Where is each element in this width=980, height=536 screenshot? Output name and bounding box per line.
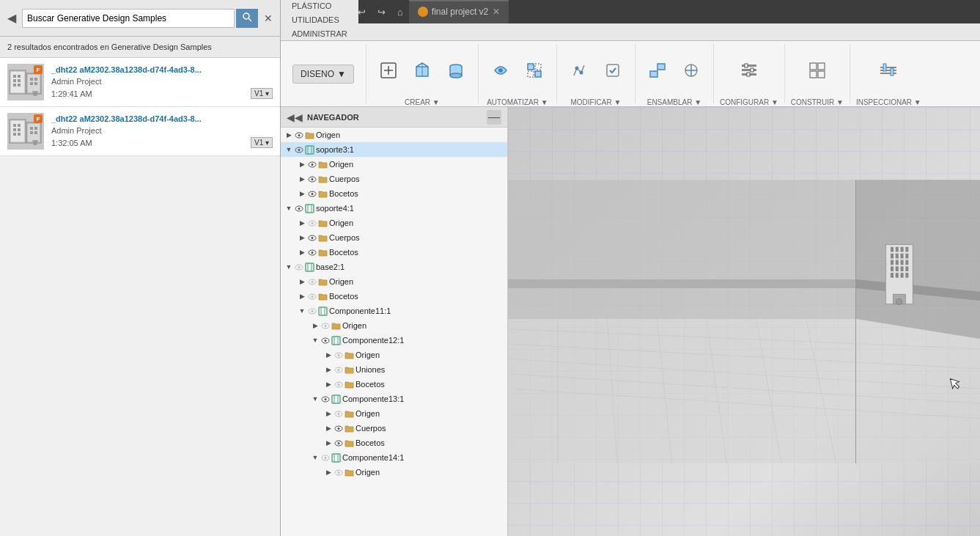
- tree-expand-6[interactable]: ▶: [297, 218, 307, 228]
- tree-expand-20[interactable]: ▶: [323, 423, 334, 433]
- tree-row-2[interactable]: ▶ Origen: [281, 157, 507, 172]
- tree-row-1[interactable]: ▼ soporte3:1: [281, 142, 507, 157]
- result-item-1[interactable]: F _dht22 aM2302.38a1238d-d74f-4ad3-8... …: [0, 107, 280, 156]
- tree-row-13[interactable]: ▶ Origen: [281, 318, 507, 333]
- tree-expand-9[interactable]: ▼: [284, 262, 294, 272]
- tree-row-5[interactable]: ▼ soporte4:1: [281, 201, 507, 216]
- tree-row-16[interactable]: ▶ Uniones: [281, 362, 507, 377]
- result-version-btn-0[interactable]: V1 ▾: [251, 88, 273, 99]
- tree-row-17[interactable]: ▶ Bocetos: [281, 377, 507, 392]
- tree-row-0[interactable]: ▶ Origen: [281, 128, 507, 142]
- search-button[interactable]: [236, 9, 258, 28]
- result-item-0[interactable]: F _dht22 aM2302.38a1238d-d74f-4ad3-8... …: [0, 58, 280, 107]
- ensamblar-btn-2[interactable]: [675, 45, 707, 97]
- tree-eye-22[interactable]: [320, 452, 331, 463]
- tree-eye-1[interactable]: [294, 144, 304, 155]
- modificar-btn-1[interactable]: [563, 45, 595, 97]
- tree-eye-11[interactable]: [307, 291, 317, 301]
- tree-expand-8[interactable]: ▶: [297, 247, 307, 257]
- criar-btn-2[interactable]: [406, 45, 438, 97]
- viewport[interactable]: [508, 107, 980, 536]
- tree-row-22[interactable]: ▼ Componente14:1: [281, 450, 507, 465]
- tree-row-7[interactable]: ▶ Cuerpos: [281, 230, 507, 245]
- result-version-btn-1[interactable]: V1 ▾: [251, 137, 273, 148]
- tree-eye-20[interactable]: [334, 423, 344, 433]
- tree-eye-5[interactable]: [294, 203, 304, 213]
- crear-btn-1[interactable]: [372, 45, 405, 97]
- configurar-btn-1[interactable]: [733, 45, 765, 97]
- tree-eye-3[interactable]: [307, 174, 317, 184]
- tree-eye-10[interactable]: [307, 276, 317, 287]
- tab-item-1[interactable]: final project v2 ✕: [409, 1, 509, 22]
- back-button[interactable]: ◀: [4, 10, 19, 26]
- tree-eye-19[interactable]: [334, 408, 344, 419]
- tree-row-19[interactable]: ▶ Origen: [281, 406, 507, 421]
- tree-expand-19[interactable]: ▶: [323, 408, 334, 419]
- subtab-plástico[interactable]: PLÁSTICO: [281, 0, 358, 12]
- tree-expand-21[interactable]: ▶: [323, 438, 334, 448]
- tree-eye-4[interactable]: [307, 188, 317, 199]
- tree-eye-16[interactable]: [334, 364, 344, 375]
- home-button[interactable]: ⌂: [391, 4, 409, 21]
- tree-expand-18[interactable]: ▼: [310, 394, 320, 404]
- tab-close-1[interactable]: ✕: [493, 7, 500, 17]
- tree-row-10[interactable]: ▶ Origen: [281, 274, 507, 289]
- ensamblar-btn-1[interactable]: [641, 45, 674, 97]
- construir-btn-1[interactable]: [801, 45, 833, 97]
- tree-eye-7[interactable]: [307, 232, 317, 243]
- redo-button[interactable]: ↪: [372, 4, 391, 21]
- tree-expand-11[interactable]: ▶: [297, 291, 307, 301]
- diseno-button[interactable]: DISENO ▼: [292, 65, 354, 84]
- tree-eye-13[interactable]: [320, 320, 331, 331]
- search-input[interactable]: [22, 9, 235, 28]
- tree-row-6[interactable]: ▶ Origen: [281, 216, 507, 230]
- modificar-btn-2[interactable]: [597, 45, 629, 97]
- tree-expand-17[interactable]: ▶: [323, 379, 334, 389]
- tree-expand-10[interactable]: ▶: [297, 276, 307, 287]
- tree-expand-15[interactable]: ▶: [323, 350, 334, 360]
- tree-row-20[interactable]: ▶ Cuerpos: [281, 421, 507, 436]
- tree-expand-3[interactable]: ▶: [297, 174, 307, 184]
- subtab-utilidades[interactable]: UTILIDADES: [281, 12, 358, 26]
- tree-eye-9[interactable]: [294, 262, 304, 272]
- tree-expand-1[interactable]: ▼: [284, 144, 294, 155]
- tree-expand-5[interactable]: ▼: [284, 203, 294, 213]
- tree-expand-22[interactable]: ▼: [310, 452, 320, 463]
- navigator-collapse-button[interactable]: —: [487, 110, 501, 125]
- tree-eye-21[interactable]: [334, 438, 344, 448]
- tree-row-21[interactable]: ▶ Bocetos: [281, 436, 507, 450]
- search-close-button[interactable]: ✕: [261, 11, 276, 26]
- tree-row-9[interactable]: ▼ base2:1: [281, 260, 507, 274]
- tree-eye-0[interactable]: [294, 130, 304, 140]
- tree-eye-15[interactable]: [334, 350, 344, 360]
- tree-row-18[interactable]: ▼ Componente13:1: [281, 392, 507, 406]
- tree-eye-6[interactable]: [307, 218, 317, 228]
- tree-expand-13[interactable]: ▶: [310, 320, 320, 331]
- navigator-back-button[interactable]: ◀◀: [287, 111, 303, 123]
- inspeccionar-btn-1[interactable]: [872, 45, 905, 97]
- subtab-administrar[interactable]: ADMINISTRAR: [281, 26, 358, 40]
- tree-expand-2[interactable]: ▶: [297, 159, 307, 169]
- tree-expand-4[interactable]: ▶: [297, 188, 307, 199]
- tree-eye-14[interactable]: [320, 335, 331, 345]
- tree-row-23[interactable]: ▶ Origen: [281, 465, 507, 480]
- tree-row-3[interactable]: ▶ Cuerpos: [281, 172, 507, 186]
- tree-eye-2[interactable]: [307, 159, 317, 169]
- tree-expand-0[interactable]: ▶: [284, 130, 294, 140]
- tree-row-14[interactable]: ▼ Componente12:1: [281, 333, 507, 348]
- tree-eye-23[interactable]: [334, 467, 344, 477]
- tree-eye-18[interactable]: [320, 394, 331, 404]
- tree-eye-17[interactable]: [334, 379, 344, 389]
- tree-row-4[interactable]: ▶ Bocetos: [281, 186, 507, 201]
- tree-expand-23[interactable]: ▶: [323, 467, 334, 477]
- tree-row-11[interactable]: ▶ Bocetos: [281, 289, 507, 304]
- tree-expand-12[interactable]: ▼: [297, 306, 307, 316]
- tree-eye-8[interactable]: [307, 247, 317, 257]
- tree-row-15[interactable]: ▶ Origen: [281, 348, 507, 362]
- criar-btn-3[interactable]: [440, 45, 472, 97]
- tree-expand-14[interactable]: ▼: [310, 335, 320, 345]
- tree-expand-7[interactable]: ▶: [297, 232, 307, 243]
- tree-eye-12[interactable]: [307, 306, 317, 316]
- automatizar-btn-2[interactable]: [518, 45, 550, 97]
- tree-row-12[interactable]: ▼ Componente11:1: [281, 304, 507, 318]
